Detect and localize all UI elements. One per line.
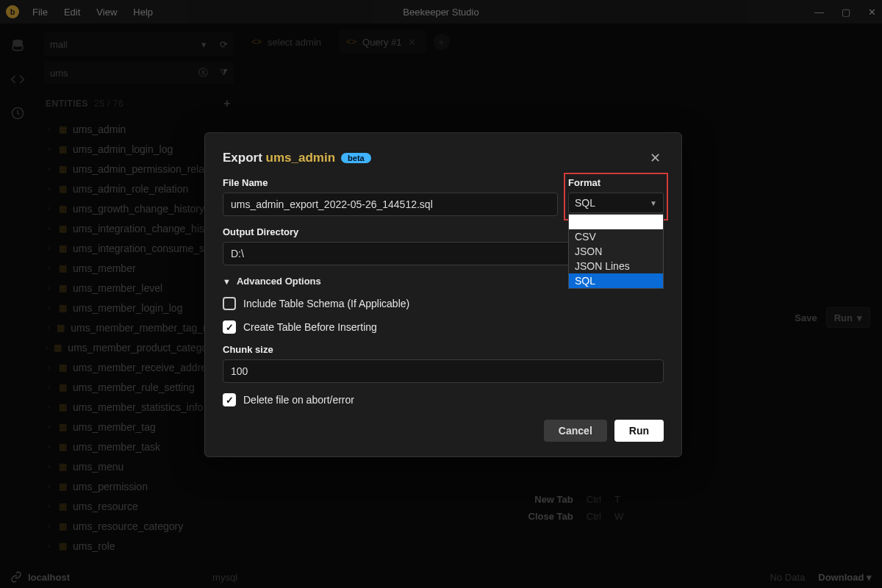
beta-badge: beta xyxy=(341,153,371,163)
format-field-highlight: Format SQL ▼ CSV JSON JSON Lines SQL xyxy=(568,177,664,216)
file-name-input[interactable] xyxy=(223,193,558,216)
format-option-blank[interactable] xyxy=(569,215,663,229)
format-option-json[interactable]: JSON xyxy=(569,244,663,259)
menu-help[interactable]: Help xyxy=(133,7,153,18)
chevron-down-icon: ▼ xyxy=(223,277,231,286)
menu-view[interactable]: View xyxy=(96,7,117,18)
create-table-checkbox[interactable]: Create Table Before Inserting xyxy=(223,320,664,334)
window-minimize-icon[interactable]: — xyxy=(814,7,824,18)
file-name-label: File Name xyxy=(223,177,558,188)
format-option-sql[interactable]: SQL xyxy=(569,273,663,288)
export-dialog: Export ums_admin beta ✕ File Name Format… xyxy=(204,132,682,457)
format-label: Format xyxy=(568,177,664,188)
format-selected-value: SQL xyxy=(575,197,595,209)
dialog-title: Export ums_admin xyxy=(223,151,335,165)
checkbox-checked-icon xyxy=(223,320,236,334)
checkbox-checked-icon xyxy=(223,393,236,406)
run-export-button[interactable]: Run xyxy=(614,420,664,442)
close-dialog-icon[interactable]: ✕ xyxy=(646,149,664,167)
window-maximize-icon[interactable]: ▢ xyxy=(842,7,850,18)
chunk-size-label: Chunk size xyxy=(223,344,664,355)
format-dropdown: CSV JSON JSON Lines SQL xyxy=(568,214,664,289)
format-select[interactable]: SQL ▼ xyxy=(568,193,664,213)
titlebar: b File Edit View Help Beekeeper Studio —… xyxy=(0,0,882,24)
cancel-button[interactable]: Cancel xyxy=(544,420,607,442)
include-schema-checkbox[interactable]: Include Table Schema (If Applicable) xyxy=(223,297,664,310)
chunk-size-input[interactable] xyxy=(223,359,664,383)
menu-edit[interactable]: Edit xyxy=(64,7,80,18)
menu-file[interactable]: File xyxy=(32,7,48,18)
app-logo-icon: b xyxy=(6,5,19,18)
format-option-csv[interactable]: CSV xyxy=(569,229,663,244)
window-close-icon[interactable]: ✕ xyxy=(868,7,876,18)
checkbox-icon xyxy=(223,297,236,310)
window-controls: — ▢ ✕ xyxy=(814,7,876,18)
dialog-table-name: ums_admin xyxy=(266,151,335,165)
app-title: Beekeeper Studio xyxy=(0,7,882,18)
chevron-down-icon: ▼ xyxy=(650,199,657,207)
format-option-jsonl[interactable]: JSON Lines xyxy=(569,259,663,273)
delete-on-error-checkbox[interactable]: Delete file on abort/error xyxy=(223,393,664,406)
